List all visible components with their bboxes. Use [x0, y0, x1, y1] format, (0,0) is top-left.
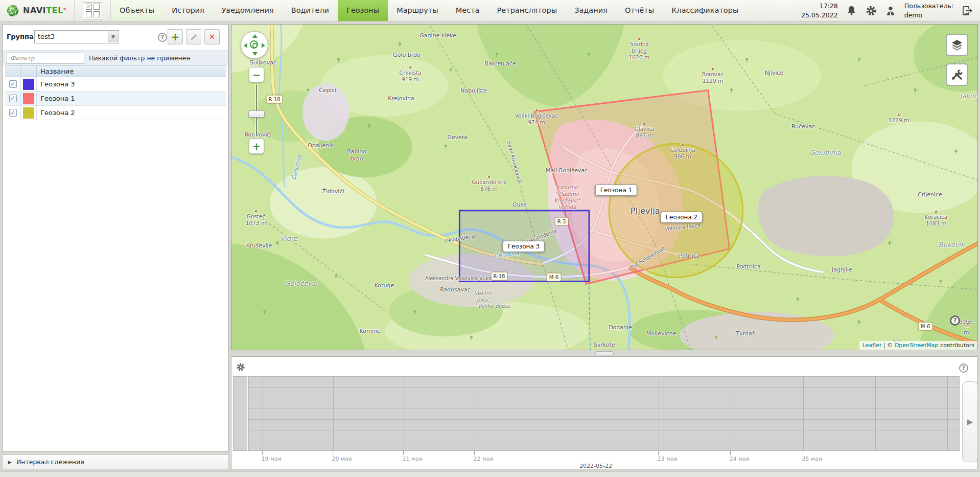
geozone-name: Геозона 2 — [37, 109, 226, 117]
pan-center-icon[interactable] — [250, 40, 258, 49]
group-select-value: test3 — [38, 33, 55, 40]
clock-time: 17:28 — [801, 2, 838, 11]
menu-item-Задания[interactable]: Задания — [566, 0, 616, 21]
clock-date: 25.05.2022 — [801, 11, 838, 20]
menu-item-Геозоны[interactable]: Геозоны — [338, 0, 388, 21]
timeline-gridline — [659, 377, 659, 450]
geozone-visibility-checkbox[interactable]: ✓ — [9, 95, 17, 102]
geozone-color-cell — [21, 77, 37, 91]
menu-item-Водители[interactable]: Водители — [283, 0, 338, 21]
geozones-sidebar: Группа test3 ▼ ? + ✕ Никакой фильтр не п… — [2, 24, 229, 451]
geozone-checkbox-cell: ✓ — [5, 106, 21, 120]
resize-handle[interactable] — [595, 351, 614, 355]
tracking-interval-toggle[interactable]: ▶ Интервал слежения — [2, 455, 229, 469]
notifications-bell-icon[interactable] — [846, 5, 857, 16]
timeline-tick — [658, 451, 659, 455]
pan-right-icon[interactable] — [262, 43, 265, 48]
header-name-col: Название — [37, 67, 226, 75]
map-tools-button[interactable] — [946, 63, 968, 86]
group-label: Группа — [7, 33, 34, 40]
geozone-color-cell — [21, 106, 37, 120]
timeline-tick — [803, 451, 803, 455]
menu-item-Отчёты[interactable]: Отчёты — [616, 0, 663, 21]
chevron-down-icon[interactable]: ▼ — [108, 31, 118, 42]
timeline-gridline — [803, 377, 804, 450]
timeline-tick — [474, 451, 475, 455]
geozone-table-body: ✓Геозона 3✓Геозона 1✓Геозона 2 — [5, 77, 226, 120]
timeline-day-label: 25 мая — [802, 456, 822, 462]
logo-text: NAVITEL® — [23, 6, 67, 15]
group-select[interactable]: test3 ▼ — [34, 30, 119, 43]
bottom-strip — [0, 471, 980, 477]
timeline-play-button[interactable]: ▶ — [962, 381, 978, 462]
viewpoint-poi-icon: ? — [950, 315, 960, 326]
geozone-row[interactable]: ✓Геозона 2 — [5, 106, 226, 120]
timeline-grid[interactable] — [248, 376, 960, 451]
menu-item-Уведомления[interactable]: Уведомления — [213, 0, 283, 21]
geozone-row[interactable]: ✓Геозона 3 — [5, 77, 226, 92]
pencil-icon — [190, 33, 198, 41]
top-right-area: 17:28 25.05.2022 Пользователь: demo — [801, 0, 980, 21]
leaflet-link[interactable]: Leaflet — [862, 342, 881, 349]
help-icon[interactable]: ? — [158, 33, 167, 42]
timeline-tick — [403, 451, 404, 455]
app-logo: NAVITEL® — [0, 0, 74, 21]
timeline-help-icon[interactable]: ? — [959, 364, 968, 373]
grid-cell — [94, 4, 100, 10]
timeline-gridline — [947, 377, 948, 450]
menu-item-Места[interactable]: Места — [447, 0, 488, 21]
filter-input[interactable] — [7, 53, 84, 64]
zoom-out-button[interactable]: − — [249, 67, 264, 82]
timeline-panel: ? 19 мая20 мая21 мая22 мая23 мая24 мая25… — [231, 356, 978, 469]
pan-left-icon[interactable] — [244, 43, 247, 48]
delete-geozone-button[interactable]: ✕ — [204, 29, 220, 44]
add-geozone-button[interactable]: + — [168, 29, 183, 44]
geozone-visibility-checkbox[interactable]: ✓ — [9, 109, 17, 117]
map-timeline-divider — [231, 350, 978, 356]
header-color-col — [21, 66, 37, 77]
logout-icon[interactable] — [962, 5, 973, 16]
timeline-settings-gear-icon[interactable] — [236, 362, 245, 373]
clock: 17:28 25.05.2022 — [801, 2, 838, 19]
top-bar: NAVITEL® ✓ ОбъектыИсторияУведомленияВоди… — [0, 0, 980, 21]
navitel-globe-icon — [6, 4, 19, 17]
geozone-shape-3 — [459, 211, 589, 282]
tools-icon — [951, 69, 963, 81]
zoom-in-button[interactable]: + — [249, 139, 264, 154]
attribution-rest: contributors — [939, 342, 974, 349]
menu-item-Объекты[interactable]: Объекты — [111, 0, 163, 21]
menu-item-История[interactable]: История — [163, 0, 213, 21]
geozone-row[interactable]: ✓Геозона 1 — [5, 92, 226, 106]
grid-cell-checked: ✓ — [86, 4, 92, 10]
timeline-day-label: 21 мая — [402, 456, 422, 462]
pan-down-icon[interactable] — [252, 52, 258, 56]
zoom-slider-handle[interactable] — [248, 110, 265, 118]
settings-gear-icon[interactable] — [866, 5, 877, 16]
timeline-gridline — [475, 377, 475, 450]
collapse-arrow-icon: ▶ — [8, 460, 12, 465]
timeline-gridline — [333, 377, 334, 450]
map-canvas — [231, 25, 977, 350]
header-checkbox-col — [5, 66, 21, 77]
user-label: Пользователь: — [904, 2, 953, 11]
map-layers-button[interactable] — [946, 34, 968, 56]
edit-geozone-button[interactable] — [186, 29, 201, 44]
pan-up-icon[interactable] — [252, 34, 258, 38]
menu-item-Ретрансляторы[interactable]: Ретрансляторы — [488, 0, 566, 21]
user-name: demo — [904, 11, 953, 20]
grid-cell — [86, 11, 92, 17]
user-icon[interactable] — [885, 5, 896, 16]
object-grid-toggle-button[interactable]: ✓ — [83, 2, 102, 19]
geozone-checkbox-cell: ✓ — [5, 77, 21, 91]
geozone-checkbox-cell: ✓ — [5, 92, 21, 105]
geozone-color-swatch — [23, 79, 34, 90]
menu-item-Классификаторы[interactable]: Классификаторы — [663, 0, 747, 21]
timeline-day-label: 19 мая — [261, 456, 281, 462]
timeline-tick — [333, 451, 333, 455]
grid-toggle-wrap: ✓ — [74, 0, 111, 21]
map-pan-control[interactable] — [241, 31, 268, 59]
geozone-visibility-checkbox[interactable]: ✓ — [9, 80, 17, 88]
menu-item-Маршруты[interactable]: Маршруты — [388, 0, 447, 21]
osm-link[interactable]: OpenStreetMap — [895, 342, 939, 349]
map[interactable]: Gagine klekeGolo brdoSuljkovacCrkvišta 9… — [231, 24, 978, 350]
